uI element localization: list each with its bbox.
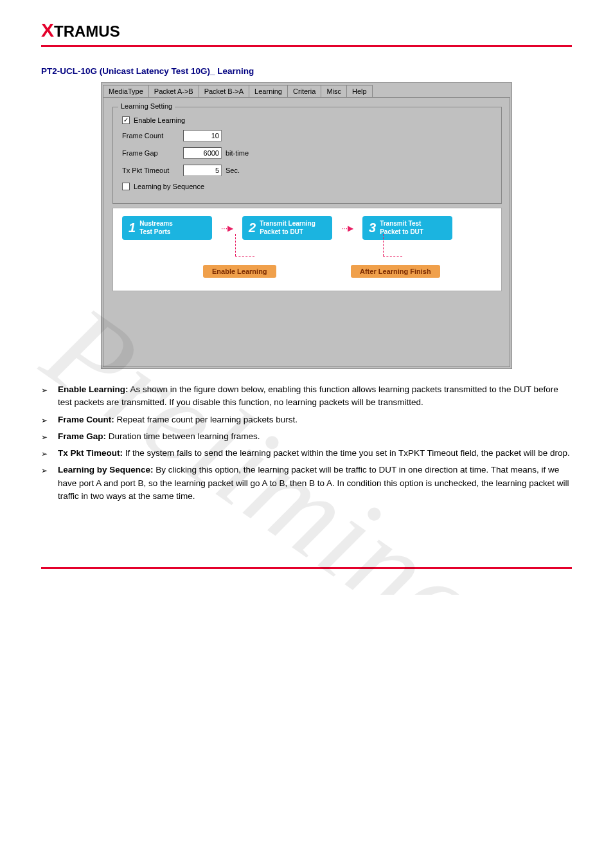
frame-gap-row: Frame Gap bit-time xyxy=(122,147,492,159)
learning-by-sequence-checkbox[interactable] xyxy=(122,183,130,190)
tab-learning[interactable]: Learning xyxy=(249,85,288,98)
bullet-icon: ➢ xyxy=(41,448,51,461)
logo: XTRAMUS xyxy=(41,23,120,40)
diagram-box-2: 2 Transmit Learning Packet to DUT xyxy=(242,216,332,240)
list-bold: Frame Gap: xyxy=(58,431,106,441)
tx-timeout-unit: Sec. xyxy=(226,167,240,174)
diagram-label-after-learning: After Learning Finish xyxy=(351,265,440,278)
diagram-box-1-num: 1 xyxy=(129,221,136,235)
list-body: Repeat frame count per learning packets … xyxy=(114,415,298,424)
list-body: As shown in the figure down below, enabl… xyxy=(58,384,558,407)
tab-misc[interactable]: Misc xyxy=(321,85,347,97)
list-item: ➢ Frame Count: Repeat frame count per le… xyxy=(41,413,572,426)
tab-criteria[interactable]: Criteria xyxy=(287,85,321,97)
section-title: PT2-UCL-10G (Unicast Latency Test 10G)_ … xyxy=(41,66,572,76)
diagram-box-3-line2: Packet to DUT xyxy=(380,228,423,235)
diagram-box-2-num: 2 xyxy=(249,221,256,235)
diagram-box-1: 1 Nustreams Test Ports xyxy=(122,216,212,240)
enable-learning-row: ✓ Enable Learning xyxy=(122,116,492,124)
frame-count-label: Frame Count xyxy=(122,132,183,140)
bullet-icon: ➢ xyxy=(41,415,51,428)
learning-by-sequence-row: Learning by Sequence xyxy=(122,183,492,190)
tx-timeout-label: Tx Pkt Timeout xyxy=(122,167,183,174)
diagram-box-3: 3 Transmit Test Packet to DUT xyxy=(362,216,452,240)
list-text: Frame Gap: Duration time between learnin… xyxy=(58,430,260,443)
diagram-box-1-line1: Nustreams xyxy=(139,220,173,227)
diagram-box-1-text: Nustreams Test Ports xyxy=(139,220,173,236)
enable-learning-label: Enable Learning xyxy=(134,116,185,124)
diagram-box-2-line2: Packet to DUT xyxy=(260,228,303,235)
logo-x: X xyxy=(41,19,54,41)
list-bold: Enable Learning: xyxy=(58,384,129,394)
list-bold: Learning by Sequence: xyxy=(58,465,154,475)
bullet-icon: ➢ xyxy=(41,431,51,444)
dashed-line-icon xyxy=(383,256,402,257)
header: XTRAMUS xyxy=(41,19,572,47)
bullet-icon: ➢ xyxy=(41,465,51,504)
diagram-box-3-text: Transmit Test Packet to DUT xyxy=(380,220,423,236)
dashed-line-icon xyxy=(235,234,236,256)
tab-body: Learning Setting ✓ Enable Learning Frame… xyxy=(103,97,510,367)
frame-count-row: Frame Count xyxy=(122,130,492,141)
arrow-icon: ···▶ xyxy=(341,224,353,233)
list-bold: Frame Count: xyxy=(58,415,114,424)
diagram-label-enable-learning: Enable Learning xyxy=(203,265,276,278)
diagram-box-2-line1: Transmit Learning xyxy=(260,220,315,227)
settings-panel: MediaType Packet A->B Packet B->A Learni… xyxy=(101,82,512,369)
diagram-box-3-num: 3 xyxy=(369,221,376,235)
dashed-line-icon xyxy=(235,256,254,257)
diagram-row: 1 Nustreams Test Ports ···▶ 2 Transmit L… xyxy=(122,216,492,240)
list-text: Tx Pkt Timeout: If the system fails to s… xyxy=(58,447,570,460)
frame-count-input[interactable] xyxy=(183,130,222,141)
learning-by-sequence-label: Learning by Sequence xyxy=(134,183,204,190)
bullet-list: ➢ Enable Learning: As shown in the figur… xyxy=(41,383,572,503)
frame-gap-unit: bit-time xyxy=(226,149,249,157)
list-item: ➢ Learning by Sequence: By clicking this… xyxy=(41,464,572,503)
screenshot-wrap: MediaType Packet A->B Packet B->A Learni… xyxy=(41,82,572,369)
list-item: ➢ Frame Gap: Duration time between learn… xyxy=(41,430,572,443)
list-body: If the system fails to send the learning… xyxy=(123,448,570,458)
dashed-line-icon xyxy=(383,234,384,256)
tab-bar: MediaType Packet A->B Packet B->A Learni… xyxy=(102,83,511,97)
logo-rest: TRAMUS xyxy=(54,23,120,40)
list-bold: Tx Pkt Timeout: xyxy=(58,448,123,458)
frame-gap-label: Frame Gap xyxy=(122,149,183,157)
learning-diagram: 1 Nustreams Test Ports ···▶ 2 Transmit L… xyxy=(112,208,502,291)
tab-mediatype[interactable]: MediaType xyxy=(103,85,149,97)
diagram-box-1-line2: Test Ports xyxy=(139,228,170,235)
footer-rule xyxy=(41,567,572,569)
list-text: Frame Count: Repeat frame count per lear… xyxy=(58,413,298,426)
list-item: ➢ Enable Learning: As shown in the figur… xyxy=(41,383,572,410)
tx-timeout-input[interactable] xyxy=(183,165,222,176)
tab-packet-a-b[interactable]: Packet A->B xyxy=(148,85,199,97)
diagram-box-3-line1: Transmit Test xyxy=(380,220,421,227)
list-item: ➢ Tx Pkt Timeout: If the system fails to… xyxy=(41,447,572,460)
enable-learning-checkbox[interactable]: ✓ xyxy=(122,116,130,124)
list-text: Enable Learning: As shown in the figure … xyxy=(58,383,572,410)
arrow-icon: ···▶ xyxy=(221,224,233,233)
tab-packet-b-a[interactable]: Packet B->A xyxy=(199,85,249,97)
frame-gap-input[interactable] xyxy=(183,147,222,159)
list-body: Duration time between learning frames. xyxy=(106,431,260,441)
list-text: Learning by Sequence: By clicking this o… xyxy=(58,464,572,503)
bullet-icon: ➢ xyxy=(41,384,51,411)
groupbox-title: Learning Setting xyxy=(118,102,175,110)
tx-timeout-row: Tx Pkt Timeout Sec. xyxy=(122,165,492,176)
diagram-box-2-text: Transmit Learning Packet to DUT xyxy=(260,220,315,236)
learning-setting-group: Learning Setting ✓ Enable Learning Frame… xyxy=(112,107,502,204)
tab-help[interactable]: Help xyxy=(346,85,373,97)
